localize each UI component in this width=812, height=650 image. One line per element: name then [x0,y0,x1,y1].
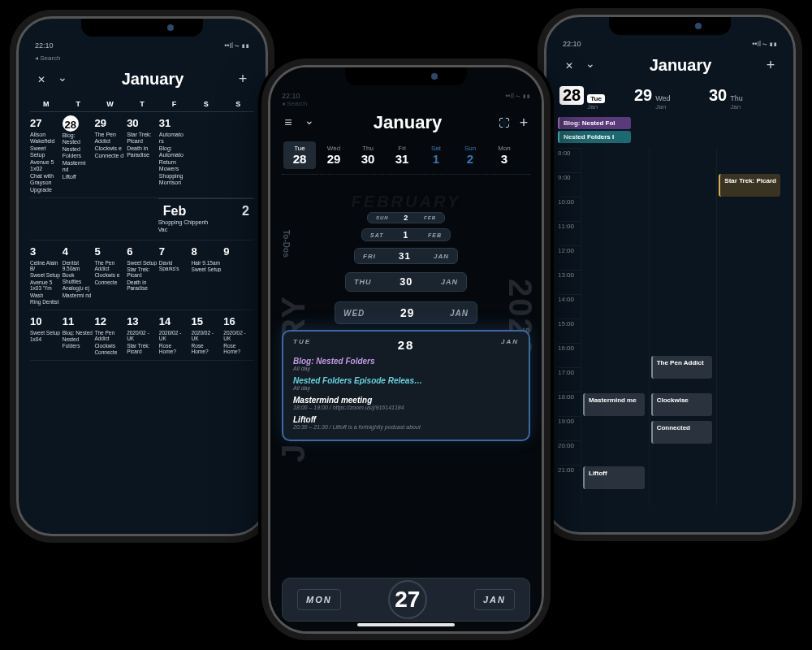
add-event-button[interactable]: + [764,59,777,72]
today-marker: 28 [63,115,79,132]
day-strip-item[interactable]: Sun2 [454,141,486,169]
close-icon[interactable] [35,73,48,86]
day-strip[interactable]: Tue28Wed29Thu30Fri31Sat1Sun2Mon3Tue4 [282,136,530,175]
event-block[interactable]: Clockwise [651,393,713,416]
event-row[interactable]: Mastermind meeting18:00 – 19:00 / https:… [293,396,519,410]
menu-icon[interactable] [282,116,295,129]
phone-day-columns: 22:10••Il ⏦ ▮▮ January + 28 TueJan 29 We… [544,15,796,535]
todos-label[interactable]: To-Dos [282,230,291,258]
week-row: 10 Sweet Setup1x04 11 Blog: NestedNested… [30,310,254,361]
event-row[interactable]: Nested Folders Episode Releas…All day [293,376,519,391]
focus-icon[interactable] [499,118,509,128]
event-chip[interactable]: Nested Folders I [558,131,631,143]
phone-month-list: 22:10••Il ⏦ ▮▮ ◂ Search January + MTW TF… [16,16,268,536]
day-header[interactable]: 30 ThuJan [709,86,780,110]
previous-day-card[interactable]: MON 27 JAN [282,578,530,622]
next-month-ghost: FEBRUARY [352,193,461,211]
close-icon[interactable] [563,59,576,72]
week-row: 3 Celine Alain B/Sweet Setup Avenue 5 1x… [30,240,254,310]
weekday-header: MTW TFSS [30,97,254,112]
future-day-slab[interactable]: SAT1FEB [361,228,451,241]
today-card[interactable]: TUE 28 JAN Blog: Nested FoldersAll dayNe… [282,330,530,441]
chevron-down-icon[interactable] [584,59,597,72]
day-strip-item[interactable]: Sat1 [420,141,452,169]
notch [81,19,203,37]
event-chip[interactable]: Blog: Nested Fol [558,117,631,129]
timeline-3d[interactable]: FEBRUARY JANUARY 2020 To-Dos Schedule SU… [270,181,542,441]
back-to-search[interactable]: ◂ Search [30,54,254,62]
day-header-today[interactable]: 28 TueJan [559,86,631,110]
home-indicator[interactable] [357,623,455,626]
chevron-down-icon[interactable] [56,73,69,86]
status-bar: 22:10••Il ⏦ ▮▮ [558,40,782,53]
event-block[interactable]: Connected [651,421,713,444]
next-month-divider: Feb 2 [158,198,254,219]
day-column[interactable]: Mastermind meLiftoff [581,148,646,505]
event-block[interactable]: Mastermind me [583,393,645,416]
chevron-down-icon[interactable] [303,116,316,129]
day-strip-item[interactable]: Tue28 [283,141,316,169]
event-block[interactable]: Star Trek: Picard [719,174,780,197]
future-day-slab[interactable]: THU30JAN [345,272,467,292]
time-gutter: 8:009:0010:00 11:0012:0013:00 14:0015:00… [558,148,581,489]
day-strip-item[interactable]: Fri31 [386,141,418,169]
future-day-slab[interactable]: FRI31JAN [354,248,458,264]
status-bar: 22:10••Il ⏦ ▮▮ [270,92,542,100]
day-strip-item[interactable]: Mon3 [488,141,520,169]
event-row[interactable]: Blog: Nested FoldersAll day [293,357,519,371]
event-block[interactable]: The Pen Addict [651,356,713,379]
week-row: 27 Alison WakefieldSweet Setup Avenue 5 … [30,112,254,198]
future-day-slab[interactable]: SUN2FEB [367,212,445,223]
allday-row: Blog: Nested Fol Nested Folders I [558,115,782,145]
day-strip-item[interactable]: Tue4 [522,141,530,169]
notch [345,67,467,85]
event-block[interactable]: Liftoff [583,466,645,489]
back-to-search[interactable]: ◂ Search [270,100,542,107]
month-title: January [605,56,756,75]
future-day-slab[interactable]: WED29JAN [335,301,477,324]
hour-grid[interactable]: 8:009:0010:00 11:0012:0013:00 14:0015:00… [558,148,782,505]
day-column[interactable]: The Pen AddictClockwiseConnected [649,148,715,505]
add-event-button[interactable]: + [236,73,249,86]
day-strip-item[interactable]: Wed29 [317,141,350,169]
day-header[interactable]: 29 WedJan [634,86,706,110]
add-event-button[interactable]: + [517,116,530,129]
status-bar: 22:10••Il ⏦ ▮▮ [30,41,254,54]
phone-timeline: 22:10••Il ⏦ ▮▮ ◂ Search January + Tue28W… [268,65,544,634]
notch [609,17,731,35]
month-title: January [77,70,228,89]
month-title: January [324,112,491,133]
day-headers: 28 TueJan 29 WedJan 30 ThuJan [558,83,782,114]
day-strip-item[interactable]: Thu30 [352,141,384,169]
month-scroll[interactable]: 27 Alison WakefieldSweet Setup Avenue 5 … [30,112,254,535]
day-column[interactable]: Star Trek: Picard [716,148,782,505]
event-row[interactable]: Liftoff20:30 – 21:30 / Liftoff is a fort… [293,415,519,430]
